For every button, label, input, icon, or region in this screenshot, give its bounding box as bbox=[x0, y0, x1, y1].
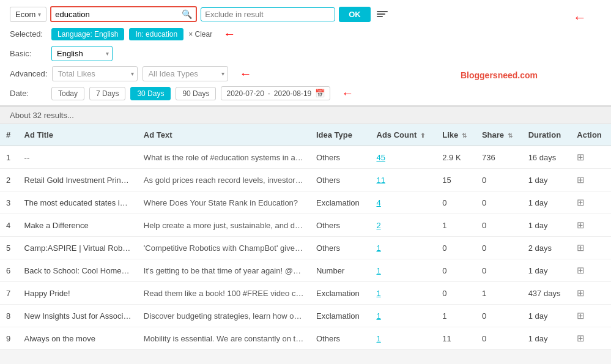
search-input[interactable] bbox=[55, 10, 182, 19]
cell-num: 3 bbox=[0, 191, 18, 214]
action-icon[interactable]: ⊞ bbox=[577, 242, 585, 253]
date-90days-btn[interactable]: 90 Days bbox=[176, 87, 216, 100]
cell-share: 0 bbox=[476, 214, 522, 237]
cell-ads-count: 1 bbox=[371, 327, 437, 350]
col-text: Ad Text bbox=[138, 124, 310, 146]
cell-duration: 1 day bbox=[522, 191, 571, 214]
cell-share: 0 bbox=[476, 259, 522, 282]
cell-action: ⊞ bbox=[571, 259, 611, 282]
table-row: 5 Camp:ASPIRE | Virtual Robotics Camp 'C… bbox=[0, 237, 611, 259]
cell-num: 1 bbox=[0, 146, 18, 169]
ads-count-link[interactable]: 2 bbox=[377, 221, 381, 230]
advanced-row: Advanced: Total Likes ▾ All Idea Types ▾… bbox=[10, 66, 601, 81]
clear-button[interactable]: × Clear bbox=[188, 30, 212, 39]
ads-count-sort-icon: ⬆ bbox=[420, 132, 425, 139]
cell-num: 8 bbox=[0, 305, 18, 327]
cell-idea-type: Others bbox=[310, 327, 371, 350]
cell-ads-count: 1 bbox=[371, 305, 437, 327]
date-separator: - bbox=[268, 89, 270, 98]
cell-title: New Insights Just for Associate Deans! bbox=[18, 305, 138, 327]
cell-share: 0 bbox=[476, 191, 522, 214]
cell-like: 0 bbox=[436, 237, 476, 259]
action-icon[interactable]: ⊞ bbox=[577, 197, 585, 207]
cell-share: 0 bbox=[476, 327, 522, 350]
cell-ads-count: 2 bbox=[371, 214, 437, 237]
filter-menu-icon[interactable] bbox=[377, 11, 388, 17]
cell-duration: 437 days bbox=[522, 282, 571, 305]
search-box-container: 🔍 bbox=[50, 6, 197, 22]
table-row: 8 New Insights Just for Associate Deans!… bbox=[0, 305, 611, 327]
arrow-indicator-4: ← bbox=[341, 86, 354, 100]
cell-like: 0 bbox=[436, 259, 476, 282]
cell-ads-count: 11 bbox=[371, 169, 437, 191]
cell-title: Retail Gold Investment Principles & Guid… bbox=[18, 169, 138, 191]
exclude-box-container bbox=[201, 7, 335, 21]
cell-text: It's getting to be that time of year aga… bbox=[138, 259, 310, 282]
results-table-container: # Ad Title Ad Text Idea Type Ads Count ⬆… bbox=[0, 124, 611, 350]
table-body: 1 -- What is the role of #education syst… bbox=[0, 146, 611, 350]
category-dropdown[interactable]: Ecom ▾ bbox=[10, 7, 46, 22]
action-icon[interactable]: ⊞ bbox=[577, 265, 585, 275]
date-range-picker[interactable]: 2020-07-20 - 2020-08-19 📅 bbox=[221, 86, 330, 100]
action-icon[interactable]: ⊞ bbox=[577, 152, 585, 162]
search-icon: 🔍 bbox=[182, 9, 192, 19]
share-sort-icon: ⇅ bbox=[508, 132, 513, 139]
cell-duration: 16 days bbox=[522, 146, 571, 169]
basic-language-select[interactable]: English bbox=[51, 46, 113, 61]
ads-count-link[interactable]: 1 bbox=[377, 334, 381, 343]
col-ads-count[interactable]: Ads Count ⬆ bbox=[371, 124, 437, 146]
cell-action: ⊞ bbox=[571, 169, 611, 191]
action-icon[interactable]: ⊞ bbox=[577, 220, 585, 230]
action-icon[interactable]: ⊞ bbox=[577, 310, 585, 321]
action-icon[interactable]: ⊞ bbox=[577, 288, 585, 298]
ads-count-link[interactable]: 45 bbox=[377, 153, 385, 162]
tag-language[interactable]: Language: English bbox=[51, 28, 124, 40]
cell-duration: 1 day bbox=[522, 305, 571, 327]
cell-text: Help create a more just, sustainable, an… bbox=[138, 214, 310, 237]
ads-count-link[interactable]: 1 bbox=[377, 266, 381, 275]
like-sort-icon: ⇅ bbox=[462, 132, 467, 139]
cell-title: Make a Difference bbox=[18, 214, 138, 237]
col-share[interactable]: Share ⇅ bbox=[476, 124, 522, 146]
date-30days-btn[interactable]: 30 Days bbox=[130, 87, 171, 100]
ads-count-link[interactable]: 4 bbox=[377, 198, 381, 207]
col-num: # bbox=[0, 124, 18, 146]
cell-idea-type: Exclamation bbox=[310, 282, 371, 305]
ads-count-link[interactable]: 11 bbox=[377, 176, 385, 185]
ok-button[interactable]: OK bbox=[339, 7, 371, 22]
cell-num: 6 bbox=[0, 259, 18, 282]
ads-count-link[interactable]: 1 bbox=[377, 243, 381, 253]
arrow-indicator-1: ← bbox=[573, 10, 587, 26]
cell-share: 0 bbox=[476, 237, 522, 259]
tag-keyword[interactable]: In: education bbox=[129, 28, 183, 40]
cell-like: 1 bbox=[436, 305, 476, 327]
date-7days-btn[interactable]: 7 Days bbox=[89, 87, 125, 100]
action-icon[interactable]: ⊞ bbox=[577, 333, 585, 343]
col-title: Ad Title bbox=[18, 124, 138, 146]
calendar-icon[interactable]: 📅 bbox=[315, 89, 325, 98]
cell-share: 1 bbox=[476, 282, 522, 305]
total-likes-select[interactable]: Total Likes bbox=[52, 66, 138, 81]
results-table: # Ad Title Ad Text Idea Type Ads Count ⬆… bbox=[0, 124, 611, 350]
ads-count-link[interactable]: 1 bbox=[377, 289, 381, 298]
table-row: 2 Retail Gold Investment Principles & Gu… bbox=[0, 169, 611, 191]
table-row: 7 Happy Pride! Read them like a book! 10… bbox=[0, 282, 611, 305]
action-icon[interactable]: ⊞ bbox=[577, 174, 585, 185]
cell-ads-count: 45 bbox=[371, 146, 437, 169]
basic-select-wrapper: English ▾ bbox=[51, 46, 113, 61]
cell-num: 2 bbox=[0, 169, 18, 191]
cell-idea-type: Others bbox=[310, 237, 371, 259]
selected-label: Selected: bbox=[10, 29, 46, 39]
cell-text: As gold prices reach record levels, inve… bbox=[138, 169, 310, 191]
col-like[interactable]: Like ⇅ bbox=[436, 124, 476, 146]
cell-ads-count: 4 bbox=[371, 191, 437, 214]
advanced-label: Advanced: bbox=[10, 69, 47, 78]
date-today-btn[interactable]: Today bbox=[51, 87, 84, 100]
exclude-input[interactable] bbox=[205, 10, 331, 19]
table-header: # Ad Title Ad Text Idea Type Ads Count ⬆… bbox=[0, 124, 611, 146]
cell-share: 736 bbox=[476, 146, 522, 169]
idea-type-select[interactable]: All Idea Types bbox=[143, 66, 228, 81]
ads-count-link[interactable]: 1 bbox=[377, 311, 381, 321]
cell-num: 9 bbox=[0, 327, 18, 350]
cell-idea-type: Others bbox=[310, 146, 371, 169]
